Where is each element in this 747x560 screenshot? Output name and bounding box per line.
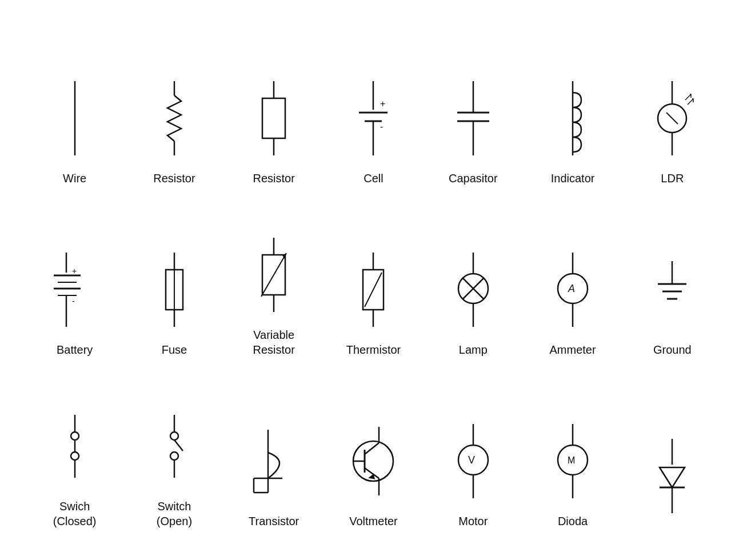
symbol-resistor-zigzag (127, 73, 221, 164)
label-resistor-box: Resistor (253, 171, 295, 186)
label-voltmeter: Motor (458, 514, 488, 529)
svg-line-23 (685, 94, 691, 100)
label-ldr: LDR (661, 171, 684, 186)
label-buzzer: Transistor (249, 514, 299, 529)
symbol-cell: + - (326, 73, 420, 164)
cell-cell: + - Cell (323, 23, 423, 194)
symbol-wire (28, 73, 122, 164)
svg-line-24 (688, 99, 693, 105)
cell-wire: Wire (25, 23, 125, 194)
symbol-capacitor (426, 73, 520, 164)
cell-dioda (622, 366, 722, 537)
svg-text:-: - (380, 122, 383, 131)
svg-text:V: V (468, 454, 475, 466)
svg-text:M: M (568, 455, 575, 465)
cell-ground: Ground (622, 194, 722, 366)
symbol-voltmeter: V (426, 415, 520, 507)
symbol-dioda (625, 430, 719, 522)
cell-fuse: Fuse (125, 194, 224, 366)
label-resistor-zigzag: Resistor (153, 171, 195, 186)
label-variable-resistor: VariableResistor (253, 327, 295, 357)
svg-line-78 (365, 443, 379, 454)
cell-buzzer: Transistor (224, 366, 323, 537)
label-ammeter: Ammeter (550, 342, 596, 357)
symbol-ammeter: A (526, 244, 620, 335)
symbol-transistor (326, 415, 420, 507)
symbol-fuse (127, 244, 221, 335)
cell-ldr: LDR (622, 23, 722, 194)
svg-text:+: + (380, 99, 385, 109)
label-lamp: Lamp (459, 342, 488, 357)
cell-indicator: Indicator (523, 23, 622, 194)
cell-thermistor: Thermistor (323, 194, 423, 366)
symbol-switch-closed (28, 401, 122, 492)
cell-ammeter: A Ammeter (523, 194, 622, 366)
symbol-variable-resistor (227, 229, 321, 321)
svg-rect-4 (262, 98, 285, 138)
symbol-ldr (625, 73, 719, 164)
symbol-ground (625, 244, 719, 335)
svg-line-21 (666, 113, 678, 124)
cell-battery: + - Battery (25, 194, 125, 366)
cell-variable-resistor: VariableResistor (224, 194, 323, 366)
label-motor: Dioda (558, 514, 588, 529)
label-ground: Ground (653, 342, 692, 357)
label-wire: Wire (63, 171, 86, 186)
label-switch-closed: Swich(Closed) (53, 499, 97, 529)
svg-point-67 (170, 452, 178, 460)
symbol-thermistor (326, 244, 420, 335)
symbol-switch-open (127, 401, 221, 492)
label-indicator: Indicator (551, 171, 595, 186)
cell-voltmeter: V Motor (424, 366, 523, 537)
symbol-grid: Wire Resistor Resistor (14, 11, 734, 549)
symbol-lamp (426, 244, 520, 335)
label-transistor: Voltmeter (349, 514, 397, 529)
label-capacitor: Capasitor (449, 171, 498, 186)
svg-point-62 (71, 452, 79, 460)
svg-line-45 (365, 273, 382, 307)
cell-motor: M Dioda (523, 366, 622, 537)
svg-text:+: + (72, 266, 77, 275)
cell-switch-closed: Swich(Closed) (25, 366, 125, 537)
symbol-buzzer (227, 415, 321, 507)
svg-text:-: - (72, 297, 75, 306)
cell-transistor: Voltmeter (323, 366, 423, 537)
label-switch-open: Switch(Open) (157, 499, 192, 529)
cell-resistor-box: Resistor (224, 23, 323, 194)
symbol-motor: M (526, 415, 620, 507)
svg-point-60 (71, 432, 79, 440)
symbol-indicator (526, 73, 620, 164)
cell-resistor-zigzag: Resistor (125, 23, 224, 194)
svg-line-66 (174, 440, 183, 451)
label-battery: Battery (57, 342, 93, 357)
symbol-resistor-box (227, 73, 321, 164)
svg-text:A: A (568, 283, 575, 294)
label-fuse: Fuse (162, 342, 187, 357)
cell-lamp: Lamp (424, 194, 523, 366)
symbol-battery: + - (28, 244, 122, 335)
label-thermistor: Thermistor (346, 342, 401, 357)
svg-point-65 (170, 432, 178, 440)
svg-marker-92 (660, 467, 685, 487)
label-cell: Cell (363, 171, 383, 186)
cell-switch-open: Switch(Open) (125, 366, 224, 537)
cell-capacitor: Capasitor (424, 23, 523, 194)
svg-line-40 (261, 253, 286, 297)
